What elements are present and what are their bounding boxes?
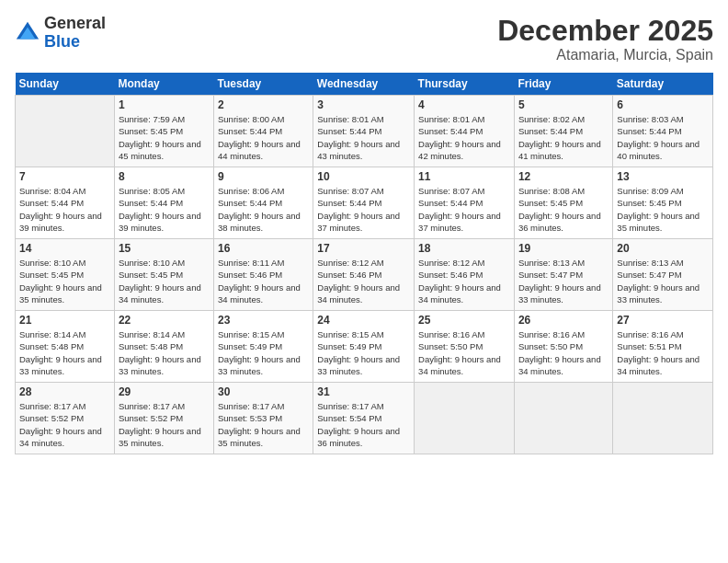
day-number: 21 [19,314,110,327]
cell-week3-day1: 15Sunrise: 8:10 AM Sunset: 5:45 PM Dayli… [114,239,213,311]
cell-week4-day0: 21Sunrise: 8:14 AM Sunset: 5:48 PM Dayli… [16,311,115,383]
col-monday: Monday [114,73,213,96]
day-number: 3 [317,98,410,111]
day-number: 17 [317,242,410,255]
day-info: Sunrise: 8:13 AM Sunset: 5:47 PM Dayligh… [518,257,609,305]
cell-week1-day4: 4Sunrise: 8:01 AM Sunset: 5:44 PM Daylig… [415,96,515,167]
day-number: 1 [119,98,210,111]
cell-week3-day2: 16Sunrise: 8:11 AM Sunset: 5:46 PM Dayli… [214,239,313,311]
day-number: 30 [218,385,309,398]
cell-week1-day1: 1Sunrise: 7:59 AM Sunset: 5:45 PM Daylig… [114,96,213,167]
day-number: 13 [617,170,709,183]
cell-week1-day0 [16,96,115,167]
day-info: Sunrise: 8:17 AM Sunset: 5:54 PM Dayligh… [317,400,410,449]
cell-week1-day6: 6Sunrise: 8:03 AM Sunset: 5:44 PM Daylig… [613,96,713,167]
cell-week5-day6 [613,383,713,454]
day-info: Sunrise: 8:17 AM Sunset: 5:53 PM Dayligh… [218,400,309,449]
day-number: 5 [518,98,609,111]
week-row-1: 1Sunrise: 7:59 AM Sunset: 5:45 PM Daylig… [16,96,713,167]
col-thursday: Thursday [415,73,515,96]
day-number: 24 [317,314,410,327]
day-info: Sunrise: 8:13 AM Sunset: 5:47 PM Dayligh… [617,257,709,305]
day-number: 27 [617,314,709,327]
week-row-2: 7Sunrise: 8:04 AM Sunset: 5:44 PM Daylig… [16,167,713,239]
calendar-header: Sunday Monday Tuesday Wednesday Thursday… [16,73,713,96]
cell-week5-day0: 28Sunrise: 8:17 AM Sunset: 5:52 PM Dayli… [16,383,115,454]
day-number: 22 [119,314,210,327]
cell-week3-day4: 18Sunrise: 8:12 AM Sunset: 5:46 PM Dayli… [415,239,515,311]
day-info: Sunrise: 8:17 AM Sunset: 5:52 PM Dayligh… [119,400,210,449]
day-number: 25 [418,314,510,327]
day-number: 6 [617,98,709,111]
day-number: 2 [218,98,309,111]
col-sunday: Sunday [16,73,115,96]
day-info: Sunrise: 8:03 AM Sunset: 5:44 PM Dayligh… [617,113,709,162]
logo: General Blue [15,15,106,52]
day-info: Sunrise: 8:16 AM Sunset: 5:50 PM Dayligh… [418,328,510,377]
col-wednesday: Wednesday [313,73,415,96]
cell-week4-day3: 24Sunrise: 8:15 AM Sunset: 5:49 PM Dayli… [313,311,415,383]
week-row-4: 21Sunrise: 8:14 AM Sunset: 5:48 PM Dayli… [16,311,713,383]
day-info: Sunrise: 8:15 AM Sunset: 5:49 PM Dayligh… [218,328,309,377]
day-number: 29 [119,385,210,398]
cell-week1-day5: 5Sunrise: 8:02 AM Sunset: 5:44 PM Daylig… [514,96,612,167]
day-number: 14 [19,242,110,255]
day-number: 7 [19,170,110,183]
day-info: Sunrise: 8:07 AM Sunset: 5:44 PM Dayligh… [418,185,510,234]
day-number: 9 [218,170,309,183]
logo-text: General Blue [44,15,106,52]
logo-blue: Blue [44,32,80,51]
col-saturday: Saturday [613,73,713,96]
day-info: Sunrise: 8:12 AM Sunset: 5:46 PM Dayligh… [418,257,510,305]
cell-week2-day1: 8Sunrise: 8:05 AM Sunset: 5:44 PM Daylig… [114,167,213,239]
col-tuesday: Tuesday [214,73,313,96]
cell-week5-day4 [415,383,515,454]
cell-week1-day3: 3Sunrise: 8:01 AM Sunset: 5:44 PM Daylig… [313,96,415,167]
day-number: 10 [317,170,410,183]
day-info: Sunrise: 8:10 AM Sunset: 5:45 PM Dayligh… [19,257,110,305]
day-info: Sunrise: 8:15 AM Sunset: 5:49 PM Dayligh… [317,328,410,377]
cell-week3-day0: 14Sunrise: 8:10 AM Sunset: 5:45 PM Dayli… [16,239,115,311]
header-row: General Blue December 2025 Atamaria, Mur… [15,15,713,63]
day-info: Sunrise: 8:16 AM Sunset: 5:51 PM Dayligh… [617,328,709,377]
day-info: Sunrise: 8:16 AM Sunset: 5:50 PM Dayligh… [518,328,609,377]
title-block: December 2025 Atamaria, Murcia, Spain [497,15,713,63]
cell-week3-day6: 20Sunrise: 8:13 AM Sunset: 5:47 PM Dayli… [613,239,713,311]
cell-week2-day0: 7Sunrise: 8:04 AM Sunset: 5:44 PM Daylig… [16,167,115,239]
day-info: Sunrise: 8:10 AM Sunset: 5:45 PM Dayligh… [119,257,210,305]
day-info: Sunrise: 8:11 AM Sunset: 5:46 PM Dayligh… [218,257,309,305]
day-info: Sunrise: 8:01 AM Sunset: 5:44 PM Dayligh… [418,113,510,162]
day-info: Sunrise: 8:01 AM Sunset: 5:44 PM Dayligh… [317,113,410,162]
cell-week4-day6: 27Sunrise: 8:16 AM Sunset: 5:51 PM Dayli… [613,311,713,383]
day-info: Sunrise: 8:12 AM Sunset: 5:46 PM Dayligh… [317,257,410,305]
cell-week3-day5: 19Sunrise: 8:13 AM Sunset: 5:47 PM Dayli… [514,239,612,311]
cell-week3-day3: 17Sunrise: 8:12 AM Sunset: 5:46 PM Dayli… [313,239,415,311]
day-number: 31 [317,385,410,398]
cell-week5-day5 [514,383,612,454]
cell-week4-day2: 23Sunrise: 8:15 AM Sunset: 5:49 PM Dayli… [214,311,313,383]
cell-week2-day4: 11Sunrise: 8:07 AM Sunset: 5:44 PM Dayli… [415,167,515,239]
logo-general: General [44,14,106,32]
day-number: 28 [19,385,110,398]
location: Atamaria, Murcia, Spain [497,47,713,63]
week-row-5: 28Sunrise: 8:17 AM Sunset: 5:52 PM Dayli… [16,383,713,454]
calendar-table: Sunday Monday Tuesday Wednesday Thursday… [15,73,713,454]
cell-week4-day4: 25Sunrise: 8:16 AM Sunset: 5:50 PM Dayli… [415,311,515,383]
cell-week5-day1: 29Sunrise: 8:17 AM Sunset: 5:52 PM Dayli… [114,383,213,454]
day-number: 16 [218,242,309,255]
day-number: 15 [119,242,210,255]
day-number: 26 [518,314,609,327]
day-number: 18 [418,242,510,255]
col-friday: Friday [514,73,612,96]
day-number: 20 [617,242,709,255]
page-container: General Blue December 2025 Atamaria, Mur… [0,0,728,464]
cell-week1-day2: 2Sunrise: 8:00 AM Sunset: 5:44 PM Daylig… [214,96,313,167]
day-number: 12 [518,170,609,183]
week-row-3: 14Sunrise: 8:10 AM Sunset: 5:45 PM Dayli… [16,239,713,311]
day-info: Sunrise: 8:08 AM Sunset: 5:45 PM Dayligh… [518,185,609,234]
month-title: December 2025 [497,15,713,47]
cell-week2-day6: 13Sunrise: 8:09 AM Sunset: 5:45 PM Dayli… [613,167,713,239]
day-info: Sunrise: 8:02 AM Sunset: 5:44 PM Dayligh… [518,113,609,162]
weekday-header-row: Sunday Monday Tuesday Wednesday Thursday… [16,73,713,96]
cell-week2-day2: 9Sunrise: 8:06 AM Sunset: 5:44 PM Daylig… [214,167,313,239]
